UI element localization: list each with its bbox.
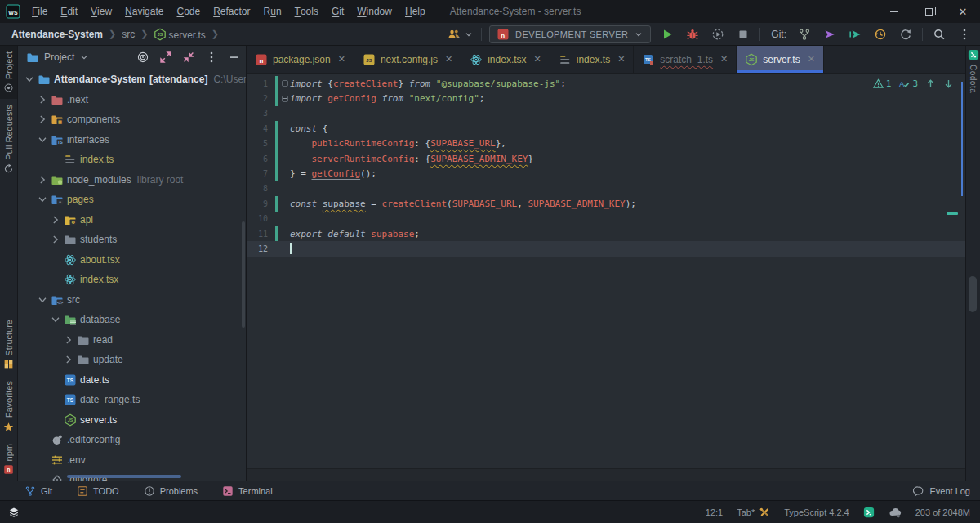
menu-code[interactable]: Code xyxy=(170,0,207,23)
inspections-widget[interactable]: 1 A 3 xyxy=(873,78,954,89)
expand-all-button[interactable] xyxy=(159,51,172,64)
breadcrumb-item[interactable]: Attendance-System xyxy=(11,29,103,40)
fold-marker[interactable] xyxy=(280,80,290,87)
indent-widget[interactable]: Tab* xyxy=(737,507,770,518)
tree-chevron-right-icon[interactable] xyxy=(62,334,75,346)
code-line-6[interactable]: 6 serverRuntimeConfig: {SUPABASE_ADMIN_K… xyxy=(247,151,965,166)
fold-marker[interactable] xyxy=(280,96,290,102)
menu-tools[interactable]: Tools xyxy=(288,0,325,23)
run-with-coverage-button[interactable] xyxy=(709,25,727,43)
codota-icon[interactable] xyxy=(968,49,979,60)
search-everywhere-button[interactable] xyxy=(930,25,948,43)
code-line-3[interactable]: 3 xyxy=(247,106,965,121)
menu-file[interactable]: File xyxy=(25,0,54,23)
tree-chevron-down-icon[interactable] xyxy=(36,134,49,145)
git-commit-button[interactable] xyxy=(846,25,864,43)
panel-options-kebab-button[interactable] xyxy=(205,51,218,64)
previous-problem-arrow-icon[interactable] xyxy=(925,78,936,89)
code-line-11[interactable]: 11 export default supabase; xyxy=(247,226,965,241)
next-problem-arrow-icon[interactable] xyxy=(943,78,954,89)
caret-position-widget[interactable]: 12:1 xyxy=(706,507,723,517)
vertical-scrollbar[interactable] xyxy=(242,221,245,328)
stop-button[interactable] xyxy=(734,25,752,43)
tree-item-pages[interactable]: ≡ pages xyxy=(18,190,246,210)
code-line-8[interactable]: 8 xyxy=(247,181,965,196)
collapse-all-button[interactable] xyxy=(182,51,195,64)
tree-chevron-down-icon[interactable] xyxy=(49,314,62,325)
menu-window[interactable]: Window xyxy=(350,0,399,23)
rollback-button[interactable] xyxy=(897,25,915,43)
tree-chevron-right-icon[interactable] xyxy=(62,354,75,365)
tool-strip-tab-project[interactable]: Project xyxy=(0,46,17,99)
tool-strip-tab-structure[interactable]: Structure xyxy=(0,314,17,376)
restore-window-button[interactable] xyxy=(911,0,946,23)
codota-status-icon[interactable] xyxy=(863,507,875,518)
tree-item-server.ts[interactable]: JS server.ts xyxy=(18,410,246,431)
tree-chevron-right-icon[interactable] xyxy=(36,94,49,105)
tree-item-read[interactable]: read xyxy=(18,330,246,351)
project-view-selector[interactable]: Project xyxy=(26,51,89,64)
typos-indicator[interactable]: A 3 xyxy=(898,78,918,89)
close-tab-icon[interactable]: ✕ xyxy=(445,54,452,65)
tool-window-button-todo[interactable]: TODO xyxy=(77,485,119,497)
tab-index.ts[interactable]: index.ts ✕ xyxy=(550,46,635,73)
debug-button[interactable] xyxy=(684,25,702,43)
tool-strip-tab-favorites[interactable]: Favorites xyxy=(0,375,17,437)
code-with-me-users-button[interactable] xyxy=(446,25,474,43)
tree-item-students[interactable]: students xyxy=(18,230,246,250)
tab-index.tsx[interactable]: index.tsx ✕ xyxy=(461,46,550,73)
hide-panel-button[interactable] xyxy=(228,51,241,64)
close-window-button[interactable]: ✕ xyxy=(946,0,980,23)
close-tab-icon[interactable]: ✕ xyxy=(617,54,625,65)
language-version-widget[interactable]: TypeScript 4.2.4 xyxy=(784,507,849,517)
code-line-9[interactable]: 9 const supabase = createClient(SUPABASE… xyxy=(247,196,965,211)
tab-scratch_1.ts[interactable]: TS scratch_1.ts ✕ xyxy=(634,46,737,73)
tree-item-components[interactable]: ▦ components xyxy=(18,110,246,130)
horizontal-scrollbar[interactable] xyxy=(67,475,181,478)
tree-chevron-down-icon[interactable] xyxy=(36,194,49,205)
tree-chevron-down-icon[interactable] xyxy=(23,74,36,85)
tree-item-date.ts[interactable]: TS date.ts xyxy=(18,370,246,391)
breadcrumb-item[interactable]: JSserver.ts xyxy=(154,28,205,41)
close-tab-icon[interactable]: ✕ xyxy=(808,54,815,65)
menu-run[interactable]: Run xyxy=(257,0,288,23)
tree-item-database[interactable]: database xyxy=(18,310,246,330)
tool-window-button-git[interactable]: Git xyxy=(24,485,52,497)
tool-window-button-terminal[interactable]: Terminal xyxy=(222,485,273,497)
cloud-sync-icon[interactable] xyxy=(889,506,902,519)
close-tab-icon[interactable]: ✕ xyxy=(534,54,541,65)
tree-item-Attendance-System[interactable]: Attendance-System[attendance]C:\Users\Af… xyxy=(18,69,246,90)
more-options-kebab-button[interactable] xyxy=(956,25,973,43)
tab-next.config.js[interactable]: JS next.config.js ✕ xyxy=(354,46,461,73)
code-line-1[interactable]: 1 import {createClient} from "@supabase/… xyxy=(247,76,965,91)
code-line-10[interactable]: 10 xyxy=(247,212,965,226)
close-tab-icon[interactable]: ✕ xyxy=(720,54,728,65)
run-configuration-select[interactable]: n DEVELOPMENT SERVER xyxy=(489,25,651,43)
tab-package.json[interactable]: n package.json ✕ xyxy=(247,46,354,73)
menu-refactor[interactable]: Refactor xyxy=(207,0,256,23)
tab-server.ts[interactable]: JS server.ts ✕ xyxy=(737,46,824,73)
code-line-5[interactable]: 5 publicRuntimeConfig: {SUPABASE_URL}, xyxy=(247,136,965,151)
minimize-window-button[interactable] xyxy=(877,0,911,23)
locate-file-button[interactable] xyxy=(136,51,149,64)
tree-chevron-down-icon[interactable] xyxy=(36,294,49,306)
tree-item-.next[interactable]: .next xyxy=(18,90,246,110)
tree-item-about.tsx[interactable]: about.tsx xyxy=(18,250,246,270)
tree-chevron-right-icon[interactable] xyxy=(36,114,49,125)
close-tab-icon[interactable]: ✕ xyxy=(338,54,345,65)
tree-chevron-right-icon[interactable] xyxy=(49,234,62,245)
code-line-2[interactable]: 2 import getConfig from "next/config"; xyxy=(247,91,965,105)
history-button[interactable] xyxy=(871,25,889,43)
git-update-button[interactable] xyxy=(821,25,839,43)
code-line-7[interactable]: 7 } = getConfig(); xyxy=(247,166,965,181)
tree-chevron-right-icon[interactable] xyxy=(49,214,62,226)
layers-stack-icon[interactable] xyxy=(8,507,20,518)
menu-navigate[interactable]: Navigate xyxy=(118,0,170,23)
tool-window-button-problems[interactable]: Problems xyxy=(144,485,198,497)
menu-edit[interactable]: Edit xyxy=(54,0,84,23)
editor-horizontal-scrollbar[interactable] xyxy=(247,468,965,481)
code-line-12[interactable]: 12 xyxy=(247,241,965,256)
tree-item-index.ts[interactable]: index.ts xyxy=(18,150,246,170)
warnings-indicator[interactable]: 1 xyxy=(873,78,892,89)
tree-item-index.tsx[interactable]: index.tsx xyxy=(18,270,246,290)
